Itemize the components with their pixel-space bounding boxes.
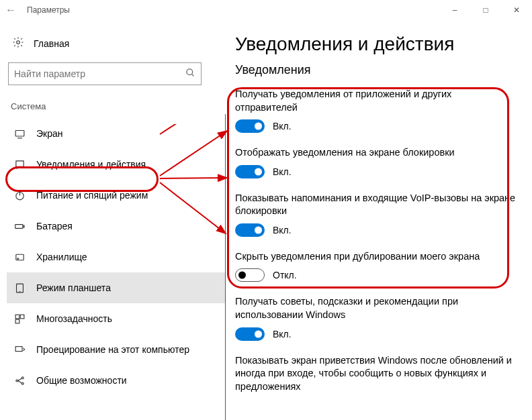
svg-point-19 — [21, 382, 24, 384]
svg-point-17 — [15, 380, 17, 382]
toggle-state: Вкл. — [273, 166, 292, 177]
svg-rect-8 — [24, 225, 24, 227]
setting-label: Получать уведомления от приложений и дру… — [235, 88, 516, 114]
setting-label: Скрыть уведомления при дублировании моег… — [235, 250, 516, 264]
toggle-switch[interactable] — [235, 165, 265, 178]
svg-line-2 — [191, 74, 193, 76]
svg-rect-15 — [15, 319, 19, 323]
section-heading: Уведомления — [235, 63, 516, 77]
power-icon — [13, 190, 26, 201]
setting-voip-lockscreen: Показывать напоминания и входящие VoIP-в… — [235, 192, 516, 237]
message-icon — [13, 159, 26, 170]
svg-rect-9 — [15, 254, 23, 260]
back-button[interactable]: ← — [3, 4, 19, 16]
content-area: Уведомления и действия Уведомления Получ… — [226, 20, 532, 420]
tablet-icon — [13, 282, 26, 294]
setting-label: Получать советы, подсказки и рекомендаци… — [235, 295, 516, 321]
close-button[interactable]: ✕ — [501, 0, 532, 20]
home-nav[interactable]: Главная — [7, 34, 226, 53]
setting-label: Показывать напоминания и входящие VoIP-в… — [235, 192, 516, 218]
share-icon — [13, 375, 26, 386]
sidebar-item-shared[interactable]: Общие возможности — [7, 365, 226, 396]
svg-rect-16 — [15, 346, 22, 351]
sidebar-item-label: Батарея — [36, 221, 73, 231]
storage-icon — [13, 252, 26, 263]
vertical-divider — [225, 114, 226, 420]
svg-rect-7 — [15, 224, 23, 228]
monitor-icon — [13, 128, 26, 140]
toggle-state: Вкл. — [273, 225, 292, 235]
toggle-switch[interactable] — [235, 223, 265, 237]
gear-icon — [12, 36, 24, 50]
search-box[interactable] — [8, 62, 202, 85]
window-title: Параметры — [27, 5, 70, 15]
setting-label: Показывать экран приветствия Windows пос… — [235, 354, 516, 394]
multitask-icon — [13, 313, 26, 325]
toggle-switch[interactable] — [235, 327, 265, 341]
sidebar-item-label: Питание и спящий режим — [36, 190, 148, 201]
sidebar-item-projecting[interactable]: Проецирование на этот компьютер — [7, 334, 226, 365]
toggle-switch[interactable] — [235, 119, 265, 133]
setting-welcome-screen: Показывать экран приветствия Windows пос… — [235, 354, 516, 394]
home-label: Главная — [34, 38, 69, 49]
svg-rect-3 — [15, 130, 24, 136]
sidebar-item-notifications[interactable]: Уведомления и действия — [7, 149, 226, 180]
sidebar-item-label: Проецирование на этот компьютер — [36, 344, 189, 355]
project-icon — [13, 344, 26, 356]
page-heading: Уведомления и действия — [235, 34, 516, 55]
sidebar-item-multitasking[interactable]: Многозадачность — [7, 303, 226, 334]
sidebar-item-tablet[interactable]: Режим планшета — [7, 272, 226, 303]
section-label: Система — [11, 101, 226, 111]
sidebar-item-storage[interactable]: Хранилище — [7, 242, 226, 272]
sidebar-item-label: Общие возможности — [36, 375, 127, 386]
svg-point-18 — [21, 376, 24, 378]
svg-rect-13 — [15, 315, 19, 319]
minimize-button[interactable]: – — [439, 0, 470, 20]
sidebar-item-display[interactable]: Экран — [7, 118, 226, 149]
sidebar-item-label: Уведомления и действия — [36, 159, 146, 170]
svg-point-0 — [17, 41, 20, 44]
sidebar-item-label: Режим планшета — [36, 282, 111, 293]
toggle-state: Откл. — [273, 270, 297, 280]
toggle-switch[interactable] — [235, 268, 265, 282]
svg-point-1 — [187, 69, 193, 75]
sidebar-item-label: Хранилище — [36, 252, 87, 262]
setting-tips: Получать советы, подсказки и рекомендаци… — [235, 295, 516, 340]
battery-icon — [13, 221, 26, 232]
setting-hide-duplicate: Скрыть уведомления при дублировании моег… — [235, 250, 516, 282]
toggle-state: Вкл. — [273, 121, 292, 132]
sidebar-item-label: Многозадачность — [36, 313, 112, 324]
sidebar-item-battery[interactable]: Батарея — [7, 211, 226, 242]
sidebar: Главная Система Экран Уведомления и дейс… — [0, 20, 226, 420]
titlebar: ← Параметры – □ ✕ — [0, 0, 532, 20]
setting-notify-apps: Получать уведомления от приложений и дру… — [235, 88, 516, 133]
setting-lockscreen-notify: Отображать уведомления на экране блокиро… — [235, 146, 516, 178]
toggle-state: Вкл. — [273, 329, 292, 339]
search-input[interactable] — [14, 68, 185, 79]
setting-label: Отображать уведомления на экране блокиро… — [235, 146, 516, 160]
svg-rect-14 — [20, 315, 24, 319]
maximize-button[interactable]: □ — [470, 0, 501, 20]
svg-point-10 — [17, 258, 17, 258]
sidebar-item-power[interactable]: Питание и спящий режим — [7, 180, 226, 211]
search-icon — [185, 68, 195, 80]
sidebar-item-label: Экран — [36, 128, 63, 139]
